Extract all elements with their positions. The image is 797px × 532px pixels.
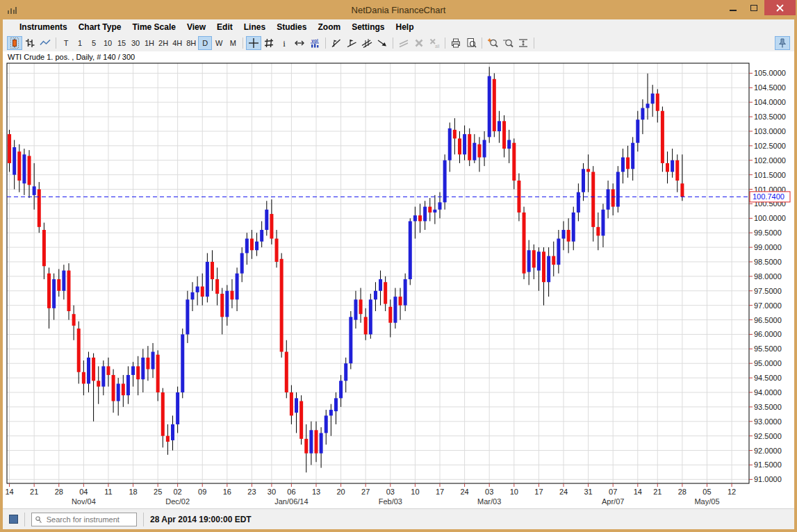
toolbar-timescale-15min-button[interactable]: 15: [115, 36, 129, 50]
minimize-button[interactable]: [723, 0, 743, 15]
toolbar-fit-vertical-button[interactable]: [516, 36, 531, 50]
toolbar-trend-line-2-button[interactable]: [344, 36, 359, 50]
svg-text:vol: vol: [312, 38, 319, 43]
toolbar-delete-line-button[interactable]: [411, 36, 427, 50]
candle: [112, 375, 115, 401]
toolbar-trend-line-button[interactable]: [329, 36, 344, 50]
candle: [126, 375, 130, 395]
menu-settings[interactable]: Settings: [346, 22, 390, 32]
maximize-button[interactable]: [743, 0, 764, 15]
y-axis-label: 99.5000: [754, 228, 782, 237]
menu-view[interactable]: View: [181, 22, 211, 32]
x-axis-month-label: Jan/06/14: [274, 497, 308, 506]
candle: [72, 314, 76, 326]
candle: [413, 215, 417, 221]
x-axis-label: 04: [79, 488, 88, 496]
candle: [315, 430, 318, 453]
x-axis-label: 24: [559, 488, 568, 496]
y-axis-label: 104.0000: [754, 98, 786, 106]
x-axis-label: 05: [702, 488, 711, 496]
search-icon: [35, 515, 42, 524]
toolbar-timescale-4hour-button[interactable]: 4H: [170, 36, 184, 50]
candle: [280, 259, 284, 352]
toolbar-timescale-daily-button[interactable]: D: [198, 36, 212, 50]
candle: [626, 158, 630, 169]
instrument-search-box[interactable]: [31, 513, 137, 526]
menu-zoom[interactable]: Zoom: [312, 22, 346, 32]
toolbar-print-preview-button[interactable]: [463, 36, 479, 50]
search-input[interactable]: [45, 515, 133, 524]
candle: [532, 250, 536, 267]
candle: [453, 130, 457, 139]
x-axis-label: 06: [287, 488, 295, 496]
toolbar-timescale-monthly-button[interactable]: M: [226, 36, 240, 50]
menu-edit[interactable]: Edit: [211, 22, 238, 32]
candle: [275, 239, 279, 262]
candle: [562, 230, 566, 239]
toolbar-timescale-30min-button[interactable]: 30: [129, 36, 142, 50]
maximize-icon: [750, 5, 757, 11]
toolbar-zoom-in-button[interactable]: [485, 36, 500, 50]
y-axis-label: 103.5000: [754, 113, 786, 121]
y-axis-label: 100.0000: [754, 214, 786, 222]
menu-help[interactable]: Help: [390, 22, 419, 32]
titlebar[interactable]: NetDania FinanceChart: [0, 0, 797, 19]
menu-instruments[interactable]: Instruments: [14, 22, 73, 32]
statusbar-divider: [24, 513, 25, 526]
toolbar-timescale-1hour-button[interactable]: 1H: [142, 36, 156, 50]
toolbar-zoom-out-button[interactable]: [500, 36, 516, 50]
toolbar-separator: [445, 38, 445, 49]
toolbar-crosshair-button[interactable]: [246, 36, 261, 50]
candle: [601, 210, 605, 236]
y-axis-label: 95.0000: [754, 359, 782, 367]
menu-chart-type[interactable]: Chart Type: [73, 22, 127, 32]
menu-time-scale[interactable]: Time Scale: [126, 22, 181, 32]
toolbar-ray-arrow-button[interactable]: [375, 36, 390, 50]
parallel-lines-icon: [398, 38, 409, 49]
volume-icon: vol: [309, 38, 320, 49]
menu-lines[interactable]: Lines: [238, 22, 271, 32]
candle: [320, 433, 323, 453]
app-icon: [7, 6, 17, 15]
price-chart[interactable]: 105.0000104.5000104.0000103.5000103.0000…: [3, 63, 794, 508]
toolbar-info-button[interactable]: i: [277, 36, 292, 50]
toolbar-parallel-lines-button[interactable]: [396, 36, 411, 50]
grid-icon: [263, 38, 274, 49]
toolbar-delete-all-lines-button[interactable]: all: [427, 36, 442, 50]
toolbar-timescale-tick-button[interactable]: T: [59, 36, 73, 50]
toolbar-print-button[interactable]: [448, 36, 463, 50]
x-axis-label: 13: [312, 488, 320, 496]
candle: [448, 128, 452, 160]
menu-studies[interactable]: Studies: [271, 22, 312, 32]
toolbar-timescale-5min-button[interactable]: 5: [87, 36, 101, 50]
candle: [607, 190, 610, 210]
toolbar-pin-chart-button[interactable]: [775, 36, 790, 50]
toolbar-grid-button[interactable]: [261, 36, 277, 50]
candle: [295, 398, 298, 413]
toolbar-candlestick-chart-button[interactable]: [7, 36, 22, 50]
toolbar-line-chart-button[interactable]: [38, 36, 53, 50]
chart-instrument-label: WTI Crude 1. pos. , Daily, # 140 / 300: [3, 51, 794, 63]
close-button[interactable]: [764, 0, 796, 15]
toolbar-expand-horizontal-button[interactable]: [292, 36, 307, 50]
toolbar-timescale-weekly-button[interactable]: W: [212, 36, 226, 50]
x-axis-label: 31: [584, 488, 592, 496]
toolbar-timescale-1min-button[interactable]: 1: [73, 36, 87, 50]
toolbar-ohlc-bars-button[interactable]: [22, 36, 38, 50]
toolbar-separator: [482, 38, 482, 49]
candle: [399, 297, 402, 306]
toolbar-timescale-2hour-button[interactable]: 2H: [156, 36, 170, 50]
x-axis-label: 12: [728, 488, 736, 496]
candle: [191, 292, 195, 299]
toolbar-volume-button[interactable]: vol: [307, 36, 322, 50]
candle: [468, 134, 471, 160]
toolbar-channel-button[interactable]: [359, 36, 375, 50]
toolbar-timescale-8hour-button[interactable]: 8H: [184, 36, 198, 50]
candle: [428, 207, 432, 213]
candle: [680, 183, 684, 197]
candle: [82, 372, 85, 384]
candle: [8, 134, 11, 163]
candle: [488, 76, 491, 138]
candle: [52, 279, 56, 308]
toolbar-timescale-10min-button[interactable]: 10: [101, 36, 115, 50]
